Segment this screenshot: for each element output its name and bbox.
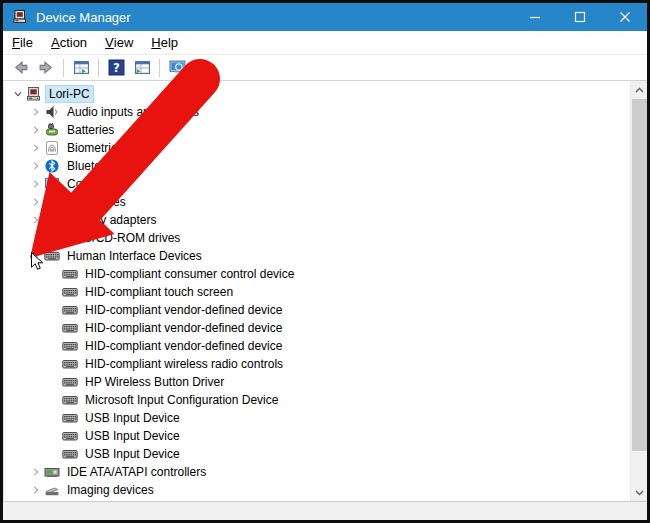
chevron-right-icon[interactable] bbox=[28, 212, 44, 228]
tree-item-imaging-devices[interactable]: Imaging devices bbox=[4, 481, 630, 499]
tree-item-label: IDE ATA/ATAPI controllers bbox=[64, 464, 209, 480]
chevron-right-icon[interactable] bbox=[28, 104, 44, 120]
tree-item-bluetooth[interactable]: Bluetooth bbox=[4, 157, 630, 175]
tree-item-label: HID-compliant vendor-defined device bbox=[82, 320, 285, 336]
chevron-right-icon[interactable] bbox=[28, 464, 44, 480]
indent-spacer bbox=[46, 284, 62, 300]
tree-item-computer[interactable]: Computer bbox=[4, 175, 630, 193]
indent-spacer bbox=[46, 266, 62, 282]
tree-item-usb-input-device[interactable]: USB Input Device bbox=[4, 445, 630, 463]
indent-spacer bbox=[46, 356, 62, 372]
chevron-down-icon[interactable] bbox=[10, 86, 26, 102]
tree-item-microsoft-input-configuration-device[interactable]: Microsoft Input Configuration Device bbox=[4, 391, 630, 409]
tree-item-hid-compliant-consumer-control-device[interactable]: HID-compliant consumer control device bbox=[4, 265, 630, 283]
indent-spacer bbox=[46, 374, 62, 390]
tree-item-label: USB Input Device bbox=[82, 410, 183, 426]
tree-item-hid-compliant-vendor-defined-device[interactable]: HID-compliant vendor-defined device bbox=[4, 319, 630, 337]
tree-item-label: DVD/CD-ROM drives bbox=[64, 230, 183, 246]
tree-item-hp-wireless-button-driver[interactable]: HP Wireless Button Driver bbox=[4, 373, 630, 391]
tree-item-ide-ata-atapi-controllers[interactable]: IDE ATA/ATAPI controllers bbox=[4, 463, 630, 481]
fingerprint-icon bbox=[44, 140, 60, 156]
console-tree-icon[interactable] bbox=[68, 57, 94, 79]
keyboard-icon bbox=[62, 302, 78, 318]
tree-item-batteries[interactable]: Batteries bbox=[4, 121, 630, 139]
tree-item-hid-compliant-vendor-defined-device[interactable]: HID-compliant vendor-defined device bbox=[4, 337, 630, 355]
forward-icon[interactable] bbox=[33, 57, 59, 79]
ide-controller-icon bbox=[44, 464, 60, 480]
title-bar: Device Manager bbox=[3, 3, 647, 31]
scroll-down-button[interactable] bbox=[631, 484, 648, 501]
chevron-right-icon[interactable] bbox=[28, 176, 44, 192]
tree-item-label: Disk drives bbox=[64, 194, 129, 210]
menu-item-view[interactable]: View bbox=[96, 31, 142, 54]
device-manager-icon bbox=[12, 9, 28, 25]
device-tree-panel: Lori-PCAudio inputs and outputsBatteries… bbox=[3, 81, 647, 501]
toolbar: ? bbox=[3, 55, 647, 81]
menu-item-action[interactable]: Action bbox=[42, 31, 96, 54]
tree-item-label: USB Input Device bbox=[82, 446, 183, 462]
chevron-right-icon[interactable] bbox=[28, 194, 44, 210]
speaker-icon bbox=[44, 104, 60, 120]
tree-item-label: Biometric devices bbox=[64, 140, 164, 156]
cd-icon bbox=[44, 230, 60, 246]
chevron-right-icon[interactable] bbox=[28, 230, 44, 246]
keyboard-icon bbox=[62, 266, 78, 282]
tree-item-hid-compliant-touch-screen[interactable]: HID-compliant touch screen bbox=[4, 283, 630, 301]
indent-spacer bbox=[46, 392, 62, 408]
keyboard-icon bbox=[62, 374, 78, 390]
tree-item-label: HID-compliant vendor-defined device bbox=[82, 338, 285, 354]
tree-item-audio-inputs-and-outputs[interactable]: Audio inputs and outputs bbox=[4, 103, 630, 121]
tree-item-display-adapters[interactable]: Display adapters bbox=[4, 211, 630, 229]
menu-bar: FileActionViewHelp bbox=[3, 31, 647, 55]
back-icon[interactable] bbox=[7, 57, 33, 79]
tree-item-human-interface-devices[interactable]: Human Interface Devices bbox=[4, 247, 630, 265]
keyboard-icon bbox=[62, 284, 78, 300]
chevron-down-icon[interactable] bbox=[28, 248, 44, 264]
indent-spacer bbox=[46, 446, 62, 462]
tree-item-hid-compliant-wireless-radio-controls[interactable]: HID-compliant wireless radio controls bbox=[4, 355, 630, 373]
chevron-right-icon[interactable] bbox=[28, 122, 44, 138]
window-title: Device Manager bbox=[36, 10, 512, 25]
indent-spacer bbox=[46, 320, 62, 336]
computer-icon bbox=[26, 86, 42, 102]
scrollbar-thumb[interactable] bbox=[632, 99, 647, 451]
tree-item-lori-pc[interactable]: Lori-PC bbox=[4, 85, 630, 103]
help-icon[interactable]: ? bbox=[103, 57, 129, 79]
scroll-up-button[interactable] bbox=[631, 81, 648, 98]
bluetooth-icon bbox=[44, 158, 60, 174]
disk-icon bbox=[44, 194, 60, 210]
chevron-right-icon[interactable] bbox=[28, 482, 44, 498]
tree-item-label: Audio inputs and outputs bbox=[64, 104, 202, 120]
tree-item-biometric-devices[interactable]: Biometric devices bbox=[4, 139, 630, 157]
maximize-button[interactable] bbox=[557, 3, 602, 31]
minimize-button[interactable] bbox=[512, 3, 557, 31]
keyboard-icon bbox=[62, 320, 78, 336]
tree-item-label: HID-compliant touch screen bbox=[82, 284, 236, 300]
scan-hardware-icon[interactable] bbox=[164, 57, 190, 79]
close-button[interactable] bbox=[602, 3, 647, 31]
tree-item-usb-input-device[interactable]: USB Input Device bbox=[4, 409, 630, 427]
tree-item-label: HID-compliant consumer control device bbox=[82, 266, 297, 282]
tree-item-label: Microsoft Input Configuration Device bbox=[82, 392, 281, 408]
chevron-right-icon[interactable] bbox=[28, 140, 44, 156]
tree-item-usb-input-device[interactable]: USB Input Device bbox=[4, 427, 630, 445]
chevron-right-icon[interactable] bbox=[28, 158, 44, 174]
tree-item-label: HID-compliant vendor-defined device bbox=[82, 302, 285, 318]
menu-item-file[interactable]: File bbox=[3, 31, 42, 54]
indent-spacer bbox=[46, 338, 62, 354]
toolbar-separator bbox=[159, 59, 160, 77]
tree-item-label: Bluetooth bbox=[64, 158, 121, 174]
tree-item-disk-drives[interactable]: Disk drives bbox=[4, 193, 630, 211]
menu-item-help[interactable]: Help bbox=[142, 31, 187, 54]
tree-item-label: Lori-PC bbox=[46, 86, 93, 102]
tree-item-hid-compliant-vendor-defined-device[interactable]: HID-compliant vendor-defined device bbox=[4, 301, 630, 319]
device-manager-window: Device Manager FileActionViewHelp ? Lori… bbox=[3, 3, 647, 520]
keyboard-icon bbox=[62, 410, 78, 426]
properties-icon[interactable] bbox=[129, 57, 155, 79]
status-strip bbox=[3, 501, 647, 520]
toolbar-separator bbox=[98, 59, 99, 77]
indent-spacer bbox=[46, 302, 62, 318]
vertical-scrollbar[interactable] bbox=[630, 81, 647, 501]
tree-item-dvd-cd-rom-drives[interactable]: DVD/CD-ROM drives bbox=[4, 229, 630, 247]
screenshot-frame: Device Manager FileActionViewHelp ? Lori… bbox=[0, 0, 650, 523]
